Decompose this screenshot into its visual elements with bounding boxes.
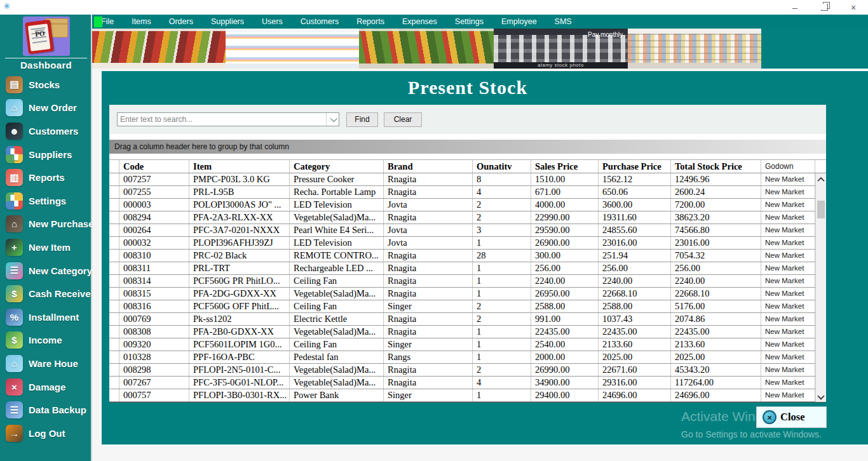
menu-item[interactable]: Expenses xyxy=(393,15,446,29)
cell-code: 008308 xyxy=(119,326,189,338)
close-button[interactable]: × Close xyxy=(756,406,827,428)
table-row[interactable]: 000264 PFC-3A7-0201-NXXX Pearl White E4 … xyxy=(109,224,826,237)
clear-button[interactable]: Clear xyxy=(384,112,422,127)
cell-brand: Rnagita xyxy=(384,275,473,287)
sidebar-item[interactable]: ▥ Reports xyxy=(0,166,92,189)
menu-item[interactable]: Users xyxy=(253,15,292,29)
sidebar-item[interactable]: → Log Out xyxy=(0,422,92,445)
column-header[interactable]: Godown xyxy=(761,160,815,173)
cell-godown: New Market xyxy=(761,300,815,312)
sidebar-item-dashboard[interactable]: Dashboard xyxy=(0,60,92,70)
column-header[interactable]: Total Stock Price xyxy=(671,160,761,173)
column-header[interactable]: Purchase Price xyxy=(599,160,671,173)
cell-sales-price: 991.00 xyxy=(531,313,599,325)
dairy-aisle-photo xyxy=(226,29,359,69)
menu-item[interactable]: Settings xyxy=(446,15,492,29)
cell-godown: New Market xyxy=(761,275,815,287)
cell-code: 008314 xyxy=(119,275,189,287)
cell-item: PPF-16OA-PBC xyxy=(189,351,290,363)
sidebar-item[interactable]: ☻ Customers xyxy=(0,119,92,143)
table-row[interactable]: 000769 Pk-ss1202 Electric Kettle Rnagita… xyxy=(109,313,826,326)
sidebar-item[interactable]: ☰ New Category xyxy=(0,259,92,283)
close-window-button[interactable]: × xyxy=(839,0,868,15)
sidebar-item[interactable]: ▤ Stocks xyxy=(0,73,92,97)
sidebar-item[interactable]: ▚ Settings xyxy=(0,189,92,213)
column-header[interactable]: Sales Price xyxy=(531,160,599,173)
report-icon: ▥ xyxy=(6,169,23,186)
menu-item[interactable]: Suppliers xyxy=(202,15,253,29)
pay-monthly-sign: Pay monthly xyxy=(588,31,623,38)
sidebar-item[interactable]: ☰ Data Backup xyxy=(0,398,92,422)
table-row[interactable]: 008311 PRL-TRT Rechargeable LED ... Rnag… xyxy=(109,262,826,275)
row-indicator-cell xyxy=(109,288,119,300)
cell-brand: Jovta xyxy=(384,237,473,249)
table-row[interactable]: 010328 PPF-16OA-PBC Pedestal fan Rangs 1… xyxy=(109,351,826,364)
table-row[interactable]: 007267 PFC-3F5-0G01-NLOP... Vegetable(Sa… xyxy=(109,377,826,389)
clipboard-icon: PO xyxy=(25,20,54,55)
sidebar-item[interactable]: ⌂ Ware Houe xyxy=(0,352,92,375)
sidebar-item[interactable]: $ Income xyxy=(0,329,92,352)
vertical-scrollbar[interactable] xyxy=(815,173,826,402)
sidebar-item[interactable]: ▚ Suppliers xyxy=(0,143,92,166)
column-header[interactable]: Ounatitv xyxy=(473,160,531,173)
table-row[interactable]: 000757 PFLOPI-3B0-0301-RX... Power Bank … xyxy=(109,389,826,402)
scroll-up-icon[interactable] xyxy=(816,175,826,184)
cell-item: Pk-ss1202 xyxy=(189,313,290,325)
stock-grid: Code Item Category Brand Ounatitv Sales … xyxy=(109,159,826,403)
sidebar-item[interactable]: ⌂ New Order xyxy=(0,97,92,120)
cell-sales-price: 300.00 xyxy=(531,250,599,262)
cell-sales-price: 2240.00 xyxy=(531,275,599,287)
table-row[interactable]: 008310 PRC-02 Black REMOTE CONTRO... Rna… xyxy=(109,250,826,262)
minimize-button[interactable]: – xyxy=(780,0,810,15)
menu-item[interactable]: Orders xyxy=(160,15,202,29)
search-dropdown-button[interactable] xyxy=(326,113,339,126)
app-window: ✳ – × PO Dashboard ▤ Stocks ⌂ xyxy=(0,0,868,461)
find-button[interactable]: Find xyxy=(346,112,378,127)
menu-item[interactable]: Reports xyxy=(348,15,393,29)
column-header[interactable]: Code xyxy=(119,160,189,173)
cell-purchase-price: 24855.60 xyxy=(599,224,671,236)
cell-brand: Jovta xyxy=(384,224,473,236)
table-row[interactable]: 008315 PFA-2DG-GDXX-XX Vegetable(Salad)M… xyxy=(109,288,826,300)
column-header[interactable]: Item xyxy=(189,160,290,173)
search-input[interactable]: Enter text to search... xyxy=(117,112,339,126)
cell-godown: New Market xyxy=(761,389,815,401)
cell-item: PRL-L95B xyxy=(189,186,290,198)
column-header[interactable]: Brand xyxy=(384,160,473,173)
column-header[interactable]: Category xyxy=(290,160,384,173)
content-area: Enter text to search... Find Clear Drag … xyxy=(109,105,826,403)
menu-item[interactable]: Employee xyxy=(492,15,546,29)
sidebar-item[interactable]: + New Item xyxy=(0,236,92,259)
table-row[interactable]: 008308 PFA-2B0-GDXX-XX Vegetable(Salad)M… xyxy=(109,326,826,338)
cell-sales-price: 29400.00 xyxy=(531,389,599,401)
restore-button[interactable] xyxy=(810,0,839,15)
table-row[interactable]: 000003 POLOPI3000AS JO" ... LED Televisi… xyxy=(109,199,826,211)
sidebar-item[interactable]: ⌂ New Purchase xyxy=(0,213,92,236)
row-indicator-cell xyxy=(109,186,119,198)
table-row[interactable]: 000032 PLOPI396AFHJ39ZJ LED Television J… xyxy=(109,237,826,250)
table-row[interactable]: 008298 PFLOPI-2N5-0101-C... Vegetable(Sa… xyxy=(109,364,826,377)
scrollbar-thumb[interactable] xyxy=(817,201,825,218)
cell-code: 008311 xyxy=(119,262,189,274)
table-row[interactable]: 007255 PRL-L95B Recha. Portable Lamp Rna… xyxy=(109,186,826,199)
cell-quantity: 28 xyxy=(473,250,531,262)
scroll-down-icon[interactable] xyxy=(816,391,826,401)
sidebar-item[interactable]: × Damage xyxy=(0,375,92,399)
cell-purchase-price: 22671.60 xyxy=(599,364,671,376)
table-row[interactable]: 007257 PMPC-P03L 3.0 KG Pressure Cooker … xyxy=(109,173,826,186)
table-row[interactable]: 008294 PFA-2A3-RLXX-XX Vegetable(Salad)M… xyxy=(109,211,826,224)
table-row[interactable]: 009320 PCF5601LOPIM 1G0... Ceiling Fan S… xyxy=(109,338,826,351)
cell-total-stock-price: 74566.80 xyxy=(671,224,761,236)
sidebar-item-label: Ware Houe xyxy=(29,358,78,369)
cell-sales-price: 22435.00 xyxy=(531,326,599,338)
cell-total-stock-price: 2133.60 xyxy=(671,338,761,351)
sidebar-item[interactable]: $ Cash Receive xyxy=(0,282,92,305)
sidebar-item[interactable]: % Installment xyxy=(0,305,92,329)
menu-item[interactable]: Customers xyxy=(292,15,348,29)
table-row[interactable]: 008316 PCF560G OFF PhitL... Ceiling Fan … xyxy=(109,300,826,313)
cell-item: PRC-02 Black xyxy=(189,250,290,262)
menu-item[interactable]: SMS xyxy=(546,15,581,29)
cell-quantity: 1 xyxy=(473,326,531,338)
table-row[interactable]: 008314 PCF560G PR PhitLO... Ceiling Fan … xyxy=(109,275,826,288)
menu-item[interactable]: Items xyxy=(123,15,160,29)
